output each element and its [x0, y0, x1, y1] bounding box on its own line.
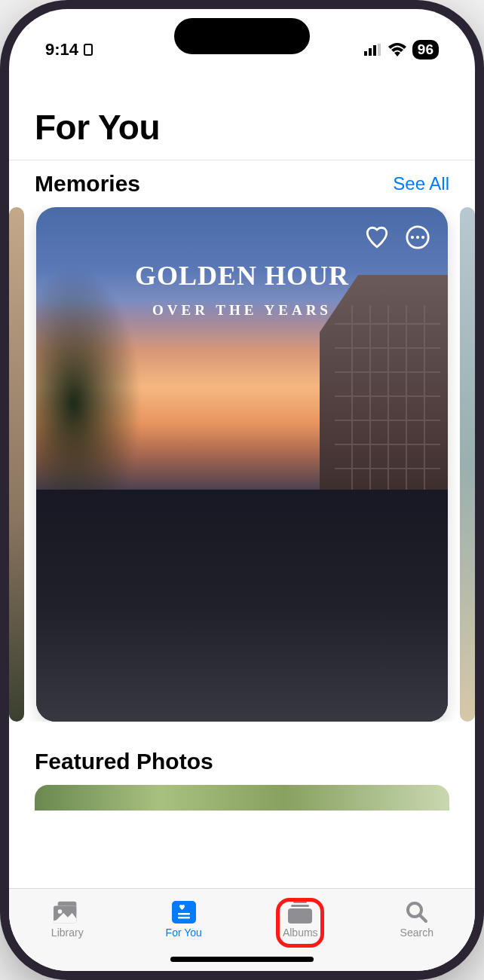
- svg-rect-0: [84, 44, 92, 55]
- svg-rect-14: [178, 913, 190, 915]
- cellular-icon: [364, 44, 382, 56]
- tab-albums[interactable]: Albums: [255, 896, 345, 943]
- heart-icon: [364, 224, 390, 250]
- svg-rect-18: [288, 908, 312, 924]
- svg-rect-4: [378, 44, 381, 56]
- home-indicator[interactable]: [170, 957, 314, 962]
- screen: 9:14 96 For You Memories See All: [9, 9, 475, 971]
- svg-point-7: [416, 236, 419, 239]
- memories-header: Memories See All: [27, 171, 457, 207]
- tab-bar: Library For You Albums Search: [9, 888, 475, 971]
- svg-line-20: [420, 915, 426, 921]
- memories-title: Memories: [35, 171, 140, 197]
- location-indicator-icon: [83, 43, 93, 56]
- memories-carousel[interactable]: GOLDEN HOUR OVER THE YEARS: [9, 207, 475, 722]
- for-you-icon: [170, 901, 198, 924]
- memory-card-prev[interactable]: [9, 207, 24, 722]
- tab-library[interactable]: Library: [22, 896, 112, 943]
- featured-photo-preview[interactable]: [35, 785, 449, 811]
- memory-title: GOLDEN HOUR: [36, 260, 448, 292]
- tab-library-label: Library: [51, 927, 84, 939]
- svg-rect-13: [172, 901, 196, 924]
- page-title: For You: [35, 107, 449, 148]
- tab-search[interactable]: Search: [372, 896, 462, 943]
- svg-rect-3: [373, 45, 376, 56]
- memory-title-block: GOLDEN HOUR OVER THE YEARS: [36, 260, 448, 319]
- status-left: 9:14: [45, 40, 93, 60]
- memory-actions: [362, 222, 433, 252]
- svg-rect-16: [293, 901, 307, 903]
- memory-card[interactable]: GOLDEN HOUR OVER THE YEARS: [36, 207, 448, 722]
- featured-title: Featured Photos: [35, 749, 213, 774]
- ellipsis-circle-icon: [405, 224, 430, 250]
- more-button[interactable]: [403, 222, 433, 252]
- memory-subtitle: OVER THE YEARS: [36, 302, 448, 319]
- device-frame: 9:14 96 For You Memories See All: [0, 0, 484, 980]
- svg-point-12: [58, 909, 63, 914]
- search-icon: [403, 901, 430, 924]
- memory-card-next[interactable]: [460, 207, 475, 722]
- see-all-link[interactable]: See All: [393, 173, 449, 194]
- divider: [9, 160, 475, 160]
- svg-rect-1: [364, 51, 367, 56]
- tab-albums-label: Albums: [283, 927, 318, 939]
- content-area: For You Memories See All: [9, 68, 475, 888]
- status-time: 9:14: [45, 40, 78, 60]
- svg-point-6: [411, 236, 414, 239]
- battery-percent: 96: [412, 40, 439, 60]
- svg-point-8: [421, 236, 424, 239]
- svg-rect-2: [369, 48, 372, 56]
- svg-rect-17: [291, 905, 309, 907]
- albums-icon: [286, 901, 314, 924]
- memory-overlay: GOLDEN HOUR OVER THE YEARS: [36, 207, 448, 722]
- svg-rect-15: [178, 917, 190, 919]
- status-right: 96: [364, 40, 439, 60]
- dynamic-island: [174, 18, 310, 54]
- wifi-icon: [388, 43, 406, 56]
- featured-header: Featured Photos: [27, 749, 457, 785]
- tab-search-label: Search: [400, 927, 433, 939]
- tab-for-you-label: For You: [166, 927, 202, 939]
- favorite-button[interactable]: [362, 222, 392, 252]
- library-icon: [54, 901, 81, 924]
- tab-for-you[interactable]: For You: [139, 896, 229, 943]
